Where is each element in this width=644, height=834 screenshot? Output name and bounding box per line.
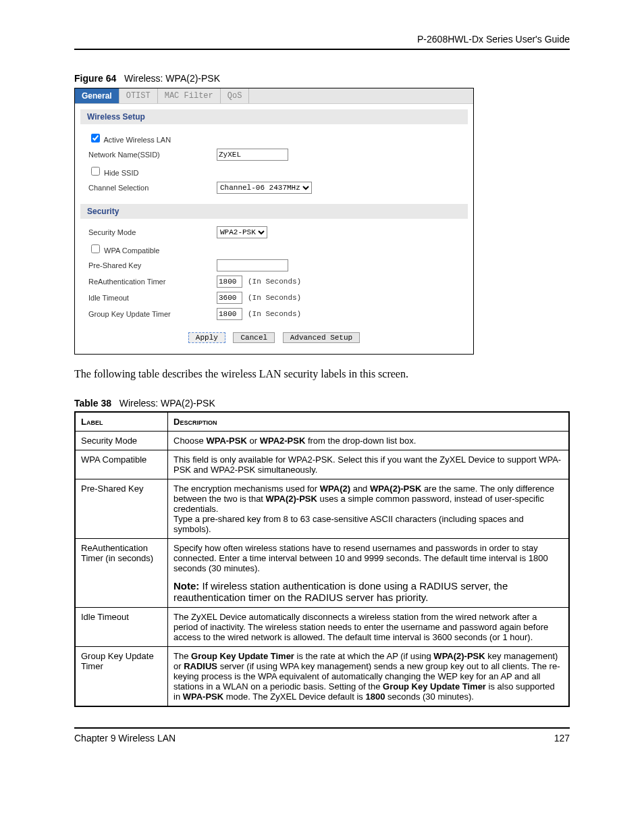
figure-caption: Figure 64 Wireless: WPA(2)-PSK [74,73,570,84]
table-caption: Table 38 Wireless: WPA(2)-PSK [74,398,570,409]
cell-label: Idle Timeout [75,608,168,647]
cell-label: Group Key Update Timer [75,647,168,707]
table-title: Wireless: WPA(2)-PSK [119,398,215,409]
secmode-select[interactable]: WPA2-PSK [217,226,267,238]
wpa-compat-checkbox[interactable] [91,244,100,253]
reauth-unit: (In Seconds) [248,278,301,286]
page-footer: Chapter 9 Wireless LAN 127 [74,727,570,744]
ssid-label: Network Name(SSID) [88,151,217,159]
cell-desc: Choose WPA-PSK or WPA2-PSK from the drop… [168,432,570,450]
cell-label: WPA Compatible [75,450,168,479]
group-label: Group Key Update Timer [88,310,217,318]
th-label: Label [75,412,168,432]
cell-label: Pre-Shared Key [75,479,168,539]
footer-chapter: Chapter 9 Wireless LAN [74,733,176,744]
footer-page-number: 127 [554,733,570,744]
section-wireless-setup: Wireless Setup [80,109,468,124]
cell-desc: The Group Key Update Timer is the rate a… [168,647,570,707]
wireless-config-screenshot: General OTIST MAC Filter QoS Wireless Se… [74,88,474,355]
psk-label: Pre-Shared Key [88,261,217,269]
table-row: Pre-Shared Key The encryption mechanisms… [75,479,569,539]
cell-desc: This field is only available for WPA2-PS… [168,450,570,479]
table-row: Group Key Update Timer The Group Key Upd… [75,647,569,707]
description-table: Label Description Security Mode Choose W… [74,411,570,707]
figure-number: Figure 64 [74,73,116,84]
cell-desc: The encryption mechanisms used for WPA(2… [168,479,570,539]
page-header: P-2608HWL-Dx Series User's Guide [74,34,570,50]
figure-title: Wireless: WPA(2)-PSK [124,73,220,84]
table-row: Idle Timeout The ZyXEL Device automatica… [75,608,569,647]
th-desc: Description [168,412,570,432]
section-security: Security [80,204,468,219]
tab-general[interactable]: General [75,88,119,103]
cell-desc: Specify how often wireless stations have… [168,539,570,608]
active-wlan-label: Active Wireless LAN [103,136,171,144]
hide-ssid-checkbox[interactable] [91,167,100,176]
psk-input[interactable] [217,259,288,271]
intro-paragraph: The following table describes the wirele… [74,368,570,380]
reauth-label: ReAuthentication Timer [88,278,217,286]
tab-otist[interactable]: OTIST [119,88,158,103]
ssid-input[interactable] [217,149,288,161]
cell-label: ReAuthentication Timer (in seconds) [75,539,168,608]
cancel-button[interactable]: Cancel [233,332,275,343]
advanced-setup-button[interactable]: Advanced Setup [283,332,360,343]
active-wlan-checkbox[interactable] [91,134,100,142]
tab-qos[interactable]: QoS [221,88,250,103]
cell-desc: The ZyXEL Device automatically disconnec… [168,608,570,647]
group-unit: (In Seconds) [248,310,301,318]
reauth-input[interactable] [217,276,242,288]
table-number: Table 38 [74,398,111,409]
tab-bar: General OTIST MAC Filter QoS [75,88,473,104]
table-row: Security Mode Choose WPA-PSK or WPA2-PSK… [75,432,569,450]
table-row: WPA Compatible This field is only availa… [75,450,569,479]
idle-unit: (In Seconds) [248,294,301,302]
channel-label: Channel Selection [88,184,217,192]
table-row: ReAuthentication Timer (in seconds) Spec… [75,539,569,608]
hide-ssid-label: Hide SSID [104,169,138,177]
wpa-compat-label: WPA Compatible [104,246,159,255]
idle-input[interactable] [217,292,242,304]
apply-button[interactable]: Apply [188,332,225,343]
tab-macfilter[interactable]: MAC Filter [158,88,221,103]
secmode-label: Security Mode [88,228,217,236]
idle-label: Idle Timeout [88,294,217,302]
cell-label: Security Mode [75,432,168,450]
group-input[interactable] [217,308,242,320]
channel-select[interactable]: Channel-06 2437MHz [217,182,312,194]
